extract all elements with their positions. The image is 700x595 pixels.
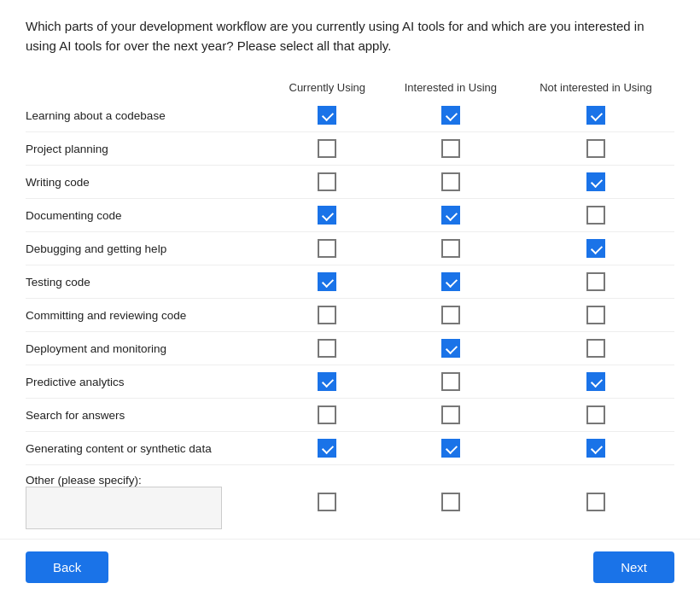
col-header-not-interested: Not interested in Using bbox=[517, 76, 674, 99]
col-header-interested: Interested in Using bbox=[384, 76, 517, 99]
table-row: Testing code bbox=[26, 265, 674, 299]
checkbox-row0-col2[interactable] bbox=[586, 106, 605, 125]
checkbox-row6-col2[interactable] bbox=[586, 306, 605, 324]
question-text: Which parts of your development workflow… bbox=[26, 17, 674, 55]
checkbox-row6-col1[interactable] bbox=[441, 306, 460, 324]
checkbox-row3-col1[interactable] bbox=[441, 206, 460, 225]
table-row: Predictive analytics bbox=[26, 365, 674, 399]
row-label: Committing and reviewing code bbox=[26, 299, 271, 332]
checkbox-row10-col1[interactable] bbox=[441, 439, 460, 458]
next-button[interactable]: Next bbox=[593, 551, 674, 583]
row-label: Debugging and getting help bbox=[26, 232, 271, 265]
other-row: Other (please specify): bbox=[26, 465, 674, 540]
checkbox-row3-col0[interactable] bbox=[318, 206, 336, 225]
checkbox-row1-col1[interactable] bbox=[441, 139, 460, 158]
table-row: Search for answers bbox=[26, 399, 674, 432]
table-row: Deployment and monitoring bbox=[26, 332, 674, 365]
checkbox-row2-col2[interactable] bbox=[586, 172, 605, 191]
table-row: Generating content or synthetic data bbox=[26, 432, 674, 465]
checkbox-row6-col0[interactable] bbox=[318, 306, 336, 324]
checkbox-row8-col2[interactable] bbox=[586, 372, 605, 391]
checkbox-row5-col0[interactable] bbox=[318, 272, 336, 291]
table-row: Learning about a codebase bbox=[26, 99, 674, 132]
table-row: Debugging and getting help bbox=[26, 232, 674, 265]
checkbox-row7-col2[interactable] bbox=[586, 339, 605, 358]
table-row: Project planning bbox=[26, 132, 674, 166]
checkbox-row0-col1[interactable] bbox=[441, 106, 460, 125]
row-label: Search for answers bbox=[26, 399, 271, 432]
row-label: Deployment and monitoring bbox=[26, 332, 271, 365]
page-container: Which parts of your development workflow… bbox=[0, 0, 700, 595]
other-label-cell: Other (please specify): bbox=[26, 465, 271, 540]
footer-buttons: Back Next bbox=[0, 539, 700, 595]
checkbox-row5-col2[interactable] bbox=[586, 272, 605, 291]
survey-table: Currently Using Interested in Using Not … bbox=[26, 76, 674, 540]
row-label: Generating content or synthetic data bbox=[26, 432, 271, 465]
other-label: Other (please specify): bbox=[26, 474, 142, 487]
row-label: Predictive analytics bbox=[26, 365, 271, 399]
checkbox-row3-col2[interactable] bbox=[586, 206, 605, 225]
checkbox-row10-col0[interactable] bbox=[318, 439, 336, 458]
back-button[interactable]: Back bbox=[26, 551, 108, 583]
row-label: Writing code bbox=[26, 166, 271, 199]
row-label: Project planning bbox=[26, 132, 271, 166]
checkbox-row4-col1[interactable] bbox=[441, 239, 460, 258]
row-label: Learning about a codebase bbox=[26, 99, 271, 132]
checkbox-row4-col0[interactable] bbox=[318, 239, 336, 258]
checkbox-row2-col0[interactable] bbox=[318, 172, 336, 191]
checkbox-row9-col2[interactable] bbox=[586, 405, 605, 424]
checkbox-row8-col0[interactable] bbox=[318, 372, 336, 391]
checkbox-row1-col2[interactable] bbox=[586, 139, 605, 158]
checkbox-row1-col0[interactable] bbox=[318, 139, 336, 158]
checkbox-row2-col1[interactable] bbox=[441, 172, 460, 191]
table-row: Writing code bbox=[26, 166, 674, 199]
checkbox-row10-col2[interactable] bbox=[586, 439, 605, 458]
checkbox-other-col0[interactable] bbox=[318, 493, 336, 511]
checkbox-row5-col1[interactable] bbox=[441, 272, 460, 291]
checkbox-row9-col1[interactable] bbox=[441, 405, 460, 424]
table-row: Documenting code bbox=[26, 199, 674, 232]
checkbox-other-col1[interactable] bbox=[441, 493, 460, 511]
checkbox-row4-col2[interactable] bbox=[586, 239, 605, 258]
other-input[interactable] bbox=[26, 487, 222, 529]
checkbox-row7-col0[interactable] bbox=[318, 339, 336, 358]
checkbox-row9-col0[interactable] bbox=[318, 405, 336, 424]
row-label: Documenting code bbox=[26, 199, 271, 232]
checkbox-row0-col0[interactable] bbox=[318, 106, 336, 125]
checkbox-row7-col1[interactable] bbox=[441, 339, 460, 358]
checkbox-row8-col1[interactable] bbox=[441, 372, 460, 391]
checkbox-other-col2[interactable] bbox=[586, 493, 605, 511]
row-label: Testing code bbox=[26, 265, 271, 299]
col-header-label bbox=[26, 76, 271, 99]
table-row: Committing and reviewing code bbox=[26, 299, 674, 332]
col-header-currently: Currently Using bbox=[271, 76, 384, 99]
